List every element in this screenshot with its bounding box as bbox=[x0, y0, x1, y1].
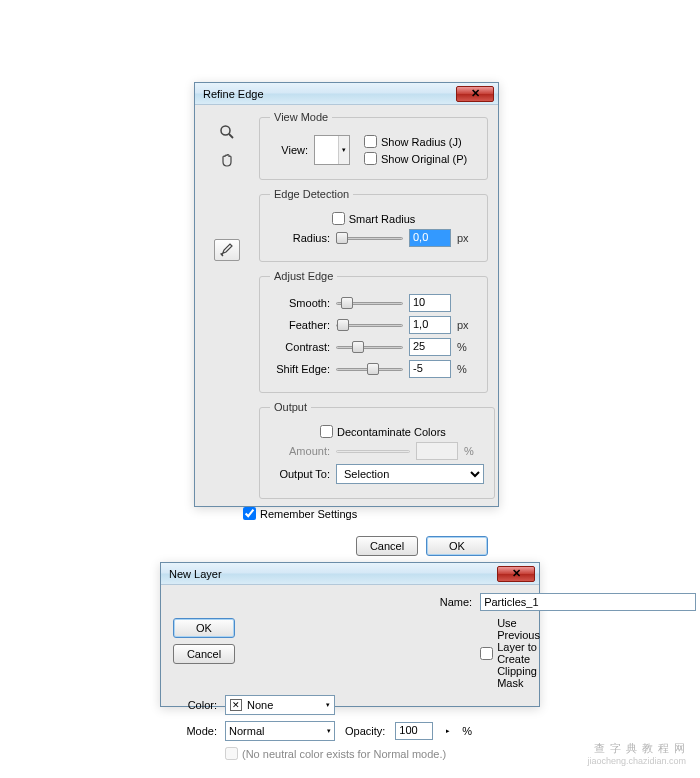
dialog-title: New Layer bbox=[169, 568, 222, 580]
dialog-title: Refine Edge bbox=[203, 88, 264, 100]
shift-edge-unit: % bbox=[457, 363, 477, 375]
shift-edge-value[interactable]: -5 bbox=[409, 360, 451, 378]
close-icon: ✕ bbox=[471, 87, 480, 100]
hand-tool-button[interactable] bbox=[214, 149, 240, 171]
hand-icon bbox=[219, 152, 235, 168]
show-radius-checkbox[interactable]: Show Radius (J) bbox=[364, 135, 467, 148]
shift-edge-label: Shift Edge: bbox=[270, 363, 330, 375]
smart-radius-checkbox[interactable]: Smart Radius bbox=[332, 212, 416, 225]
feather-label: Feather: bbox=[270, 319, 330, 331]
smooth-label: Smooth: bbox=[270, 297, 330, 309]
neutral-color-checkbox bbox=[225, 747, 238, 760]
view-preview-swatch bbox=[315, 136, 339, 164]
amount-label: Amount: bbox=[270, 445, 330, 457]
decontaminate-checkbox[interactable]: Decontaminate Colors bbox=[320, 425, 446, 438]
smooth-slider[interactable] bbox=[336, 296, 403, 310]
brush-icon bbox=[219, 242, 235, 258]
feather-unit: px bbox=[457, 319, 477, 331]
refine-edge-dialog: Refine Edge ✕ View Mode View: ▾ bbox=[194, 82, 499, 507]
chevron-down-icon: ▾ bbox=[326, 701, 330, 709]
output-group: Output Decontaminate Colors Amount: % Ou… bbox=[259, 401, 495, 499]
opacity-input[interactable]: 100 bbox=[395, 722, 433, 740]
output-to-select[interactable]: Selection bbox=[336, 464, 484, 484]
smooth-value[interactable]: 10 bbox=[409, 294, 451, 312]
view-mode-selector[interactable]: ▾ bbox=[314, 135, 350, 165]
titlebar[interactable]: New Layer ✕ bbox=[161, 563, 539, 585]
dialog-footer: Cancel OK bbox=[195, 530, 498, 564]
name-label: Name: bbox=[225, 596, 472, 608]
shift-edge-slider[interactable] bbox=[336, 362, 403, 376]
close-button[interactable]: ✕ bbox=[456, 86, 494, 102]
contrast-slider[interactable] bbox=[336, 340, 403, 354]
mode-label: Mode: bbox=[173, 725, 217, 737]
titlebar[interactable]: Refine Edge ✕ bbox=[195, 83, 498, 105]
contrast-value[interactable]: 25 bbox=[409, 338, 451, 356]
chevron-down-icon: ▾ bbox=[339, 136, 349, 164]
opacity-flyout-icon[interactable]: ▸ bbox=[443, 722, 452, 740]
remember-settings-checkbox[interactable]: Remember Settings bbox=[243, 507, 488, 520]
edge-detection-legend: Edge Detection bbox=[270, 188, 353, 200]
zoom-tool-button[interactable] bbox=[214, 121, 240, 143]
radius-value[interactable]: 0,0 bbox=[409, 229, 451, 247]
radius-slider[interactable] bbox=[336, 231, 403, 245]
cancel-button[interactable]: Cancel bbox=[173, 644, 235, 664]
svg-point-0 bbox=[221, 126, 230, 135]
cancel-button[interactable]: Cancel bbox=[356, 536, 418, 556]
contrast-label: Contrast: bbox=[270, 341, 330, 353]
amount-value bbox=[416, 442, 458, 460]
neutral-color-label: (No neutral color exists for Normal mode… bbox=[242, 748, 446, 760]
radius-unit: px bbox=[457, 232, 477, 244]
color-label: Color: bbox=[173, 699, 217, 711]
show-original-checkbox[interactable]: Show Original (P) bbox=[364, 152, 467, 165]
edge-detection-group: Edge Detection Smart Radius Radius: 0,0 … bbox=[259, 188, 488, 262]
chevron-down-icon: ▾ bbox=[327, 727, 331, 735]
svg-line-1 bbox=[229, 134, 233, 138]
opacity-unit: % bbox=[462, 725, 472, 737]
view-label: View: bbox=[270, 144, 308, 156]
output-to-label: Output To: bbox=[270, 468, 330, 480]
radius-label: Radius: bbox=[270, 232, 330, 244]
mode-select[interactable]: Normal ▾ bbox=[225, 721, 335, 741]
watermark: 查 字 典 教 程 网 jiaocheng.chazidian.com bbox=[587, 741, 686, 766]
tool-column bbox=[205, 115, 249, 267]
name-input[interactable] bbox=[480, 593, 696, 611]
contrast-unit: % bbox=[457, 341, 477, 353]
amount-slider bbox=[336, 444, 410, 458]
amount-unit: % bbox=[464, 445, 484, 457]
adjust-edge-group: Adjust Edge Smooth: 10 Feather: 1,0 px C… bbox=[259, 270, 488, 393]
output-legend: Output bbox=[270, 401, 311, 413]
adjust-edge-legend: Adjust Edge bbox=[270, 270, 337, 282]
magnifier-icon bbox=[219, 124, 235, 140]
close-icon: ✕ bbox=[512, 567, 521, 580]
none-color-icon: ✕ bbox=[230, 699, 242, 711]
feather-slider[interactable] bbox=[336, 318, 403, 332]
color-select[interactable]: ✕ None ▾ bbox=[225, 695, 335, 715]
refine-brush-tool-button[interactable] bbox=[214, 239, 240, 261]
close-button[interactable]: ✕ bbox=[497, 566, 535, 582]
ok-button[interactable]: OK bbox=[173, 618, 235, 638]
feather-value[interactable]: 1,0 bbox=[409, 316, 451, 334]
new-layer-dialog: New Layer ✕ Name: OK Cancel Use Previous… bbox=[160, 562, 540, 707]
dialog-body: Name: OK Cancel Use Previous Layer to Cr… bbox=[161, 585, 539, 770]
clipping-mask-checkbox[interactable]: Use Previous Layer to Create Clipping Ma… bbox=[480, 617, 550, 689]
view-mode-legend: View Mode bbox=[270, 111, 332, 123]
opacity-label: Opacity: bbox=[345, 725, 385, 737]
ok-button[interactable]: OK bbox=[426, 536, 488, 556]
view-mode-group: View Mode View: ▾ Show Radius (J) Show O… bbox=[259, 111, 488, 180]
